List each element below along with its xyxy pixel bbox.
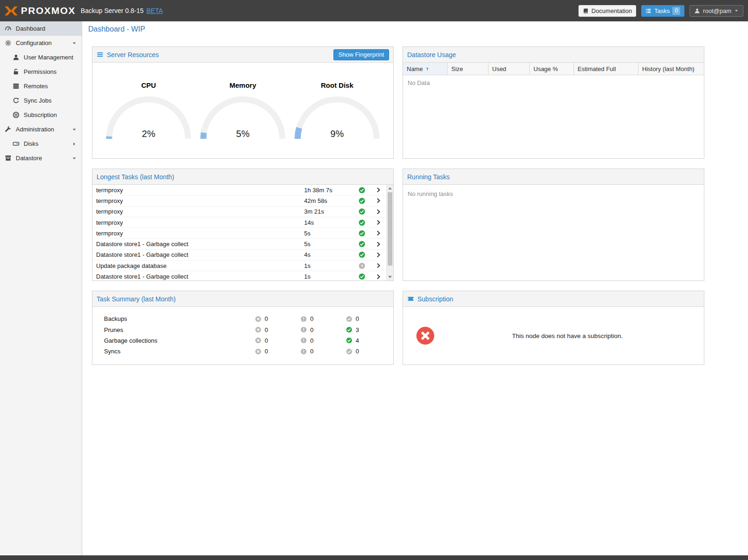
longest-tasks-body: termproxy1h 38m 7stermproxy42m 58stermpr… bbox=[92, 185, 393, 280]
tasks-button[interactable]: Tasks 0 bbox=[641, 5, 684, 17]
summary-row-prunes[interactable]: Prunes003 bbox=[92, 324, 393, 335]
task-row[interactable]: Update package database1s? bbox=[92, 260, 386, 271]
sidebar-item-subscription[interactable]: Subscription bbox=[0, 108, 82, 122]
ticket-icon bbox=[407, 295, 414, 302]
sidebar-item-dashboard[interactable]: Dashboard bbox=[0, 21, 82, 36]
sidebar-item-administration[interactable]: Administration bbox=[0, 122, 82, 137]
caret-down-icon[interactable] bbox=[72, 40, 77, 46]
sidebar-item-label: Configuration bbox=[16, 39, 52, 46]
sidebar-item-configuration[interactable]: Configuration bbox=[0, 36, 82, 50]
chevron-right-icon[interactable] bbox=[375, 187, 382, 193]
column-header-estimated-full[interactable]: Estimated Full bbox=[574, 63, 638, 75]
sidebar-item-user-management[interactable]: User Management bbox=[0, 50, 82, 65]
task-row[interactable]: termproxy1h 38m 7s bbox=[92, 185, 386, 195]
subscription-header: Subscription bbox=[403, 291, 704, 307]
caret-down-icon[interactable] bbox=[72, 156, 77, 161]
task-ok-icon bbox=[358, 219, 365, 226]
sidebar-item-datastore[interactable]: Datastore bbox=[0, 151, 82, 165]
server-resources-title: Server Resources bbox=[107, 51, 159, 59]
task-duration: 14s bbox=[304, 219, 353, 226]
chevron-right-icon[interactable] bbox=[375, 241, 382, 247]
gauge-label: Root Disk bbox=[290, 81, 384, 89]
task-duration: 3m 21s bbox=[304, 208, 353, 215]
longest-tasks-panel: Longest Tasks (last Month) termproxy1h 3… bbox=[92, 169, 394, 281]
column-label: History (last Month) bbox=[642, 65, 695, 72]
proxmox-logo: PROXMOX bbox=[5, 5, 76, 16]
top-bar: PROXMOX Backup Server 0.8-15 BETA Docume… bbox=[0, 0, 748, 21]
task-name: Datastore store1 - Garbage collect bbox=[96, 273, 304, 280]
chevron-right-icon[interactable] bbox=[375, 273, 382, 280]
longest-tasks-title: Longest Tasks (last Month) bbox=[97, 173, 174, 181]
caret-down-icon[interactable] bbox=[72, 127, 77, 132]
chevron-right-icon[interactable] bbox=[375, 197, 382, 204]
datastore-usage-body: NameSizeUsedUsage %Estimated FullHistory… bbox=[403, 63, 704, 158]
scroll-up-arrow[interactable] bbox=[387, 185, 393, 192]
scroll-down-arrow[interactable] bbox=[387, 273, 393, 280]
warning-count-icon bbox=[300, 337, 307, 344]
summary-row-syncs[interactable]: Syncs000 bbox=[92, 346, 393, 357]
task-ok-icon bbox=[358, 187, 365, 194]
warning-count: 0 bbox=[310, 337, 313, 344]
task-summary-header: Task Summary (last Month) bbox=[92, 291, 393, 307]
svg-text:?: ? bbox=[360, 263, 363, 268]
longest-tasks-header: Longest Tasks (last Month) bbox=[92, 169, 393, 185]
task-name: Datastore store1 - Garbage collect bbox=[96, 241, 304, 247]
summary-row-garbage-collections[interactable]: Garbage collections004 bbox=[92, 335, 393, 346]
sidebar-item-remotes[interactable]: Remotes bbox=[0, 79, 82, 93]
caret-right-icon[interactable] bbox=[72, 141, 77, 147]
task-row[interactable]: termproxy5s bbox=[92, 228, 386, 239]
summary-row-backups[interactable]: Backups000 bbox=[92, 313, 393, 324]
datastore-usage-empty-text: No Data bbox=[403, 75, 704, 91]
ok-count-icon bbox=[346, 337, 352, 344]
gauge-label: Memory bbox=[196, 81, 290, 89]
column-header-used[interactable]: Used bbox=[488, 63, 530, 75]
beta-link[interactable]: BETA bbox=[146, 7, 163, 14]
task-row[interactable]: termproxy14s bbox=[92, 217, 386, 228]
gauge-value: 2% bbox=[142, 129, 156, 139]
sidebar-item-label: Permissions bbox=[24, 68, 57, 75]
documentation-button[interactable]: Documentation bbox=[579, 5, 636, 17]
scroll-thumb[interactable] bbox=[388, 192, 392, 266]
task-row[interactable]: Datastore store1 - Garbage collect5s bbox=[92, 239, 386, 249]
gauge-value: 5% bbox=[236, 129, 250, 139]
task-unknown-icon: ? bbox=[358, 262, 365, 269]
chevron-right-icon[interactable] bbox=[375, 230, 382, 236]
sidebar-item-label: Datastore bbox=[16, 155, 42, 162]
task-row[interactable]: termproxy3m 21s bbox=[92, 207, 386, 217]
column-header-history-last-month[interactable]: History (last Month) bbox=[638, 63, 704, 75]
task-row[interactable]: termproxy42m 58s bbox=[92, 195, 386, 206]
datastore-usage-title: Datastore Usage bbox=[407, 51, 456, 59]
logo-text: PROXMOX bbox=[21, 5, 76, 16]
task-row[interactable]: Datastore store1 - Garbage collect4s bbox=[92, 250, 386, 260]
sidebar-item-sync-jobs[interactable]: Sync Jobs bbox=[0, 93, 82, 108]
list-icon bbox=[645, 8, 651, 14]
ok-count: 0 bbox=[356, 315, 359, 322]
chevron-right-icon[interactable] bbox=[375, 219, 382, 226]
running-tasks-empty-text: No running tasks bbox=[403, 185, 704, 202]
column-label: Estimated Full bbox=[578, 65, 616, 72]
app-frame: DashboardConfigurationUser ManagementPer… bbox=[0, 21, 748, 555]
column-header-usage[interactable]: Usage % bbox=[530, 63, 574, 75]
datastore-usage-column-headers: NameSizeUsedUsage %Estimated FullHistory… bbox=[403, 63, 704, 75]
task-name: termproxy bbox=[96, 208, 304, 215]
column-header-size[interactable]: Size bbox=[448, 63, 488, 75]
datastore-usage-panel: Datastore Usage NameSizeUsedUsage %Estim… bbox=[403, 46, 704, 159]
vertical-scrollbar[interactable] bbox=[386, 185, 393, 280]
chevron-right-icon[interactable] bbox=[375, 208, 382, 215]
warning-count: 0 bbox=[310, 348, 313, 355]
sidebar-item-permissions[interactable]: Permissions bbox=[0, 65, 82, 79]
task-summary-title: Task Summary (last Month) bbox=[97, 295, 176, 303]
show-fingerprint-button[interactable]: Show Fingerprint bbox=[333, 49, 389, 60]
sidebar-item-label: Administration bbox=[16, 126, 54, 133]
chevron-right-icon[interactable] bbox=[375, 262, 382, 269]
task-row[interactable]: Datastore store1 - Garbage collect1s bbox=[92, 271, 386, 280]
column-header-name[interactable]: Name bbox=[403, 63, 448, 75]
error-count: 0 bbox=[265, 337, 268, 344]
server-icon bbox=[13, 83, 20, 90]
sort-asc-icon bbox=[425, 66, 430, 72]
chevron-right-icon[interactable] bbox=[375, 252, 382, 258]
user-menu-button[interactable]: root@pam bbox=[689, 5, 743, 17]
tasks-label: Tasks bbox=[654, 7, 670, 14]
sidebar-item-disks[interactable]: Disks bbox=[0, 137, 82, 151]
server-resources-header: Server Resources Show Fingerprint bbox=[92, 47, 393, 63]
